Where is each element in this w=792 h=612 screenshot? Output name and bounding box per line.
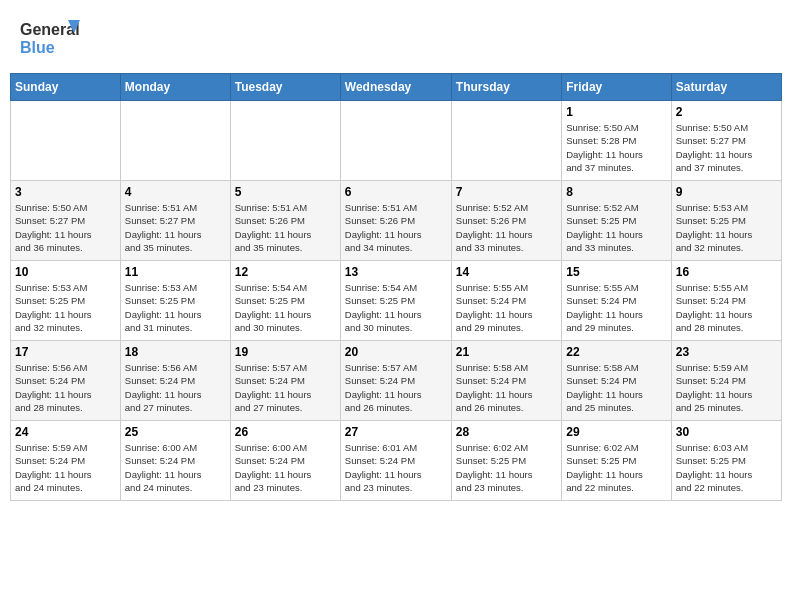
day-info: Sunrise: 6:02 AM Sunset: 5:25 PM Dayligh… [566,441,666,494]
week-row-5: 24Sunrise: 5:59 AM Sunset: 5:24 PM Dayli… [11,421,782,501]
day-cell: 1Sunrise: 5:50 AM Sunset: 5:28 PM Daylig… [562,101,671,181]
day-cell: 3Sunrise: 5:50 AM Sunset: 5:27 PM Daylig… [11,181,121,261]
day-cell: 22Sunrise: 5:58 AM Sunset: 5:24 PM Dayli… [562,341,671,421]
weekday-monday: Monday [120,74,230,101]
weekday-friday: Friday [562,74,671,101]
day-number: 2 [676,105,777,119]
day-cell: 30Sunrise: 6:03 AM Sunset: 5:25 PM Dayli… [671,421,781,501]
day-number: 13 [345,265,447,279]
day-cell: 27Sunrise: 6:01 AM Sunset: 5:24 PM Dayli… [340,421,451,501]
day-number: 26 [235,425,336,439]
day-number: 23 [676,345,777,359]
day-info: Sunrise: 5:54 AM Sunset: 5:25 PM Dayligh… [345,281,447,334]
day-info: Sunrise: 5:55 AM Sunset: 5:24 PM Dayligh… [676,281,777,334]
day-number: 18 [125,345,226,359]
day-info: Sunrise: 5:51 AM Sunset: 5:26 PM Dayligh… [345,201,447,254]
day-number: 16 [676,265,777,279]
logo: GeneralBlue [20,15,80,60]
day-cell: 24Sunrise: 5:59 AM Sunset: 5:24 PM Dayli… [11,421,121,501]
day-cell: 2Sunrise: 5:50 AM Sunset: 5:27 PM Daylig… [671,101,781,181]
weekday-thursday: Thursday [451,74,561,101]
day-info: Sunrise: 6:01 AM Sunset: 5:24 PM Dayligh… [345,441,447,494]
day-info: Sunrise: 6:03 AM Sunset: 5:25 PM Dayligh… [676,441,777,494]
day-cell: 25Sunrise: 6:00 AM Sunset: 5:24 PM Dayli… [120,421,230,501]
svg-text:Blue: Blue [20,39,55,56]
day-cell: 10Sunrise: 5:53 AM Sunset: 5:25 PM Dayli… [11,261,121,341]
day-cell: 23Sunrise: 5:59 AM Sunset: 5:24 PM Dayli… [671,341,781,421]
day-info: Sunrise: 6:00 AM Sunset: 5:24 PM Dayligh… [125,441,226,494]
day-cell: 17Sunrise: 5:56 AM Sunset: 5:24 PM Dayli… [11,341,121,421]
day-cell: 14Sunrise: 5:55 AM Sunset: 5:24 PM Dayli… [451,261,561,341]
day-info: Sunrise: 5:50 AM Sunset: 5:27 PM Dayligh… [676,121,777,174]
weekday-wednesday: Wednesday [340,74,451,101]
day-info: Sunrise: 5:52 AM Sunset: 5:25 PM Dayligh… [566,201,666,254]
day-cell: 12Sunrise: 5:54 AM Sunset: 5:25 PM Dayli… [230,261,340,341]
calendar-body: 1Sunrise: 5:50 AM Sunset: 5:28 PM Daylig… [11,101,782,501]
day-number: 19 [235,345,336,359]
day-cell: 16Sunrise: 5:55 AM Sunset: 5:24 PM Dayli… [671,261,781,341]
day-number: 21 [456,345,557,359]
day-cell [340,101,451,181]
day-info: Sunrise: 5:58 AM Sunset: 5:24 PM Dayligh… [456,361,557,414]
day-cell: 18Sunrise: 5:56 AM Sunset: 5:24 PM Dayli… [120,341,230,421]
day-cell: 6Sunrise: 5:51 AM Sunset: 5:26 PM Daylig… [340,181,451,261]
day-number: 7 [456,185,557,199]
day-cell: 4Sunrise: 5:51 AM Sunset: 5:27 PM Daylig… [120,181,230,261]
day-cell: 9Sunrise: 5:53 AM Sunset: 5:25 PM Daylig… [671,181,781,261]
day-info: Sunrise: 5:52 AM Sunset: 5:26 PM Dayligh… [456,201,557,254]
day-info: Sunrise: 6:02 AM Sunset: 5:25 PM Dayligh… [456,441,557,494]
day-number: 14 [456,265,557,279]
day-cell: 26Sunrise: 6:00 AM Sunset: 5:24 PM Dayli… [230,421,340,501]
day-number: 9 [676,185,777,199]
day-number: 6 [345,185,447,199]
day-cell: 5Sunrise: 5:51 AM Sunset: 5:26 PM Daylig… [230,181,340,261]
day-number: 3 [15,185,116,199]
day-number: 10 [15,265,116,279]
page-header: GeneralBlue [10,10,782,65]
day-cell: 15Sunrise: 5:55 AM Sunset: 5:24 PM Dayli… [562,261,671,341]
weekday-sunday: Sunday [11,74,121,101]
day-number: 8 [566,185,666,199]
day-number: 29 [566,425,666,439]
day-number: 15 [566,265,666,279]
day-cell: 20Sunrise: 5:57 AM Sunset: 5:24 PM Dayli… [340,341,451,421]
day-number: 24 [15,425,116,439]
week-row-1: 1Sunrise: 5:50 AM Sunset: 5:28 PM Daylig… [11,101,782,181]
weekday-saturday: Saturday [671,74,781,101]
day-info: Sunrise: 6:00 AM Sunset: 5:24 PM Dayligh… [235,441,336,494]
day-info: Sunrise: 5:57 AM Sunset: 5:24 PM Dayligh… [235,361,336,414]
day-number: 28 [456,425,557,439]
calendar-header: SundayMondayTuesdayWednesdayThursdayFrid… [11,74,782,101]
day-number: 11 [125,265,226,279]
weekday-tuesday: Tuesday [230,74,340,101]
day-number: 4 [125,185,226,199]
day-info: Sunrise: 5:56 AM Sunset: 5:24 PM Dayligh… [15,361,116,414]
day-cell: 29Sunrise: 6:02 AM Sunset: 5:25 PM Dayli… [562,421,671,501]
day-number: 5 [235,185,336,199]
week-row-2: 3Sunrise: 5:50 AM Sunset: 5:27 PM Daylig… [11,181,782,261]
day-info: Sunrise: 5:50 AM Sunset: 5:28 PM Dayligh… [566,121,666,174]
day-cell [451,101,561,181]
day-cell: 8Sunrise: 5:52 AM Sunset: 5:25 PM Daylig… [562,181,671,261]
day-info: Sunrise: 5:51 AM Sunset: 5:26 PM Dayligh… [235,201,336,254]
week-row-3: 10Sunrise: 5:53 AM Sunset: 5:25 PM Dayli… [11,261,782,341]
day-number: 27 [345,425,447,439]
day-number: 20 [345,345,447,359]
day-info: Sunrise: 5:53 AM Sunset: 5:25 PM Dayligh… [676,201,777,254]
day-cell: 28Sunrise: 6:02 AM Sunset: 5:25 PM Dayli… [451,421,561,501]
day-info: Sunrise: 5:57 AM Sunset: 5:24 PM Dayligh… [345,361,447,414]
day-info: Sunrise: 5:53 AM Sunset: 5:25 PM Dayligh… [15,281,116,334]
day-info: Sunrise: 5:55 AM Sunset: 5:24 PM Dayligh… [456,281,557,334]
day-info: Sunrise: 5:59 AM Sunset: 5:24 PM Dayligh… [15,441,116,494]
day-cell [120,101,230,181]
day-info: Sunrise: 5:53 AM Sunset: 5:25 PM Dayligh… [125,281,226,334]
day-cell: 13Sunrise: 5:54 AM Sunset: 5:25 PM Dayli… [340,261,451,341]
weekday-header-row: SundayMondayTuesdayWednesdayThursdayFrid… [11,74,782,101]
day-cell: 11Sunrise: 5:53 AM Sunset: 5:25 PM Dayli… [120,261,230,341]
day-info: Sunrise: 5:54 AM Sunset: 5:25 PM Dayligh… [235,281,336,334]
day-number: 12 [235,265,336,279]
day-info: Sunrise: 5:50 AM Sunset: 5:27 PM Dayligh… [15,201,116,254]
day-cell [11,101,121,181]
day-number: 25 [125,425,226,439]
day-info: Sunrise: 5:51 AM Sunset: 5:27 PM Dayligh… [125,201,226,254]
